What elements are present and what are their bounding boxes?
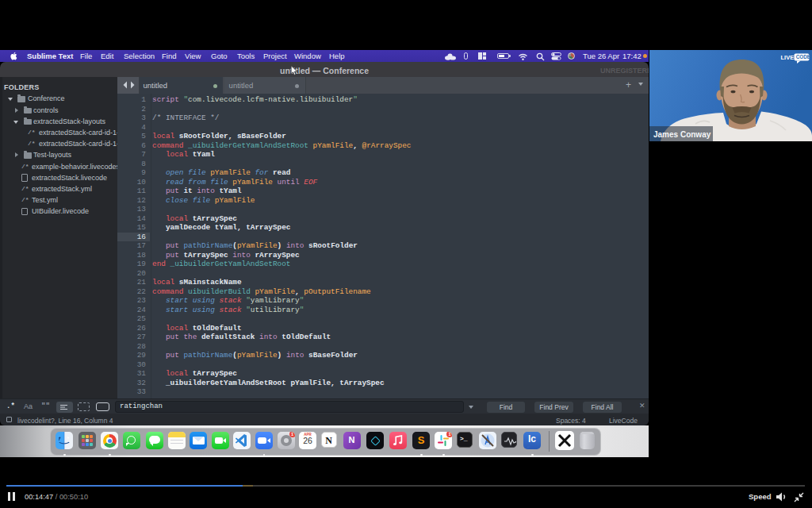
svg-text:CODE: CODE	[796, 54, 810, 60]
svg-text:LIVE: LIVE	[781, 54, 795, 61]
svg-text:James Conway: James Conway	[653, 130, 711, 139]
